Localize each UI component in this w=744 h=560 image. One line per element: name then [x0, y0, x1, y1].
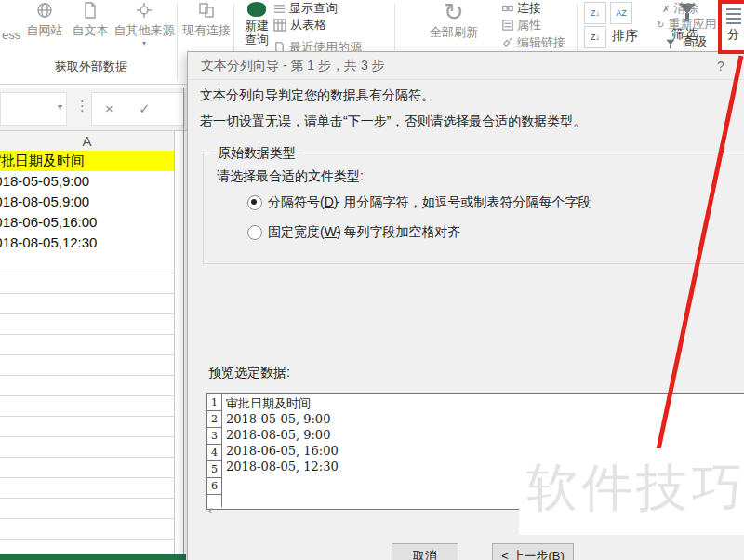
advanced-filter-button[interactable]: 高级 — [662, 33, 707, 50]
status-bar — [0, 554, 186, 560]
chevron-down-icon: ▾ — [113, 39, 175, 47]
sort-ascending-icon[interactable]: Z↓ — [584, 2, 606, 24]
wizard-instruction-text: 若一切设置无误，请单击“下一步”，否则请选择最合适的数据类型。 — [200, 113, 586, 130]
sort-descending-icon[interactable]: Z↓ — [584, 26, 606, 48]
annotation-red-box: 分 — [718, 0, 744, 54]
preview-row: 审批日期及时间 — [226, 395, 311, 411]
new-query-button[interactable]: 新建查询 — [238, 0, 275, 47]
sheet-row[interactable]: 2018-08-05,12:30 — [0, 233, 175, 254]
pane-divider — [183, 88, 184, 554]
preview-row-number: 1 — [207, 394, 221, 411]
from-text-label: 自文本 — [69, 22, 112, 39]
radio-delimited[interactable]: 分隔符号(D) — [247, 194, 338, 211]
from-table-label: 从表格 — [290, 17, 326, 33]
radio-fixed-width-label: 固定宽度(W) — [268, 224, 341, 241]
preview-scroll-left-icon[interactable]: ‹ — [208, 502, 213, 517]
radio-selected-icon[interactable] — [247, 195, 262, 210]
name-box[interactable]: ▾ — [0, 92, 67, 126]
list-icon — [273, 3, 286, 15]
from-text-button[interactable]: 自文本 — [69, 2, 112, 39]
reapply-icon: ↻ — [657, 20, 664, 30]
preview-row-number: 6 — [207, 478, 221, 495]
link-icon — [502, 3, 513, 14]
edit-links-icon — [502, 37, 513, 48]
name-box-dropdown-icon[interactable]: ▾ — [58, 101, 62, 112]
clear-filter-button[interactable]: ✗ 清除 — [662, 0, 698, 17]
choose-file-type-label: 请选择最合适的文件类型: — [217, 168, 364, 185]
empty-sheet-rows[interactable] — [0, 253, 175, 554]
formula-bar-more-icon[interactable]: ⋮ — [75, 98, 89, 114]
preview-row-number: 5 — [207, 461, 221, 478]
globe-icon — [36, 2, 53, 19]
preview-row-number: 2 — [207, 411, 221, 428]
watermark-text: 软件技巧 — [526, 454, 744, 523]
sort-label[interactable]: 排序 — [612, 28, 638, 45]
clear-filter-label: 清除 — [673, 0, 698, 17]
properties-button[interactable]: 属性 — [502, 17, 541, 33]
column-header-a[interactable]: A — [0, 131, 175, 152]
edit-links-button[interactable]: 编辑链接 — [502, 34, 565, 51]
radio-unselected-icon[interactable] — [247, 225, 262, 240]
reapply-button[interactable]: ↻ 重新应用 — [657, 16, 716, 33]
sheet-row[interactable]: 2018-08-05,9:00 — [0, 192, 175, 213]
ribbon-bottom-border — [0, 84, 187, 85]
refresh-icon: ↻ — [407, 0, 500, 24]
preview-row: 2018-08-05, 12:30 — [226, 459, 339, 474]
existing-connections-button[interactable]: 现有连接 — [182, 2, 231, 39]
sheet-row[interactable]: 2018-05-05,9:00 — [0, 171, 175, 193]
text-to-columns-icon — [726, 6, 741, 22]
clear-x-icon: ✗ — [662, 4, 670, 14]
sheet-row[interactable]: 审批日期及时间 — [0, 151, 175, 172]
confirm-entry-icon[interactable]: ✓ — [139, 100, 151, 117]
text-to-columns-label-partial[interactable]: 分 — [727, 26, 739, 43]
wizard-intro-text: 文本分列向导判定您的数据具有分隔符。 — [200, 87, 434, 104]
radio-fixed-width-desc: - 每列字段加空格对齐 — [336, 224, 461, 241]
formula-bar: ▾ ⋮ × ✓ — [0, 88, 187, 131]
properties-icon — [502, 20, 513, 31]
group-label-get-external-data: 获取外部数据 — [35, 59, 147, 75]
refresh-all-label: 全部刷新 — [407, 24, 500, 41]
dialog-title-bar[interactable]: 文本分列向导 - 第 1 步，共 3 步 — [188, 52, 744, 80]
preview-label: 预览选定数据: — [208, 365, 290, 381]
advanced-funnel-icon — [667, 39, 675, 45]
sheet-row[interactable]: 2018-06-05,16:00 — [0, 212, 175, 233]
dialog-title: 文本分列向导 - 第 1 步，共 3 步 — [201, 52, 385, 79]
properties-label: 属性 — [517, 17, 541, 33]
crosshair-icon — [136, 2, 153, 19]
access-button-partial[interactable]: ess — [2, 28, 20, 42]
connections-label: 连接 — [517, 0, 541, 17]
ribbon-separator — [177, 4, 178, 80]
preview-row: 2018-05-05, 9:00 — [226, 411, 330, 427]
from-table-button[interactable]: 从表格 — [273, 17, 326, 33]
from-other-sources-button[interactable]: 自其他来源 ▾ — [113, 2, 175, 47]
sort-dialog-icon[interactable]: AZ — [610, 2, 632, 24]
edit-links-label: 编辑链接 — [517, 34, 565, 51]
cancel-button[interactable]: 取消 — [392, 543, 458, 560]
help-icon[interactable]: ? — [711, 57, 730, 75]
preview-row-number: 4 — [207, 445, 221, 461]
formula-input[interactable]: × ✓ — [91, 92, 185, 126]
reapply-label: 重新应用 — [668, 16, 716, 33]
connections-button[interactable]: 连接 — [502, 0, 541, 17]
from-web-label: 自网站 — [23, 22, 66, 39]
ribbon-separator — [577, 4, 578, 50]
new-query-label: 新建查询 — [242, 19, 272, 47]
ribbon-separator — [394, 4, 395, 50]
show-queries-label: 显示查询 — [289, 0, 338, 17]
connections-icon — [198, 2, 215, 19]
file-icon — [82, 2, 99, 19]
cancel-entry-icon[interactable]: × — [105, 100, 113, 116]
advanced-filter-label: 高级 — [683, 33, 707, 50]
radio-fixed-width[interactable]: 固定宽度(W) — [247, 224, 341, 241]
radio-delimited-desc: - 用分隔字符，如逗号或制表符分隔每个字段 — [336, 194, 591, 211]
refresh-all-button[interactable]: ↻ 全部刷新 — [407, 0, 500, 41]
preview-row: 2018-08-05, 9:00 — [226, 427, 330, 443]
original-data-type-group: 原始数据类型 请选择最合适的文件类型: 分隔符号(D) - 用分隔字符，如逗号或… — [203, 153, 744, 264]
watermark-patch: 软件技巧 — [519, 448, 744, 535]
excel-window: ess 自网站 自文本 自其他来源 ▾ 现有连接 — [0, 0, 744, 560]
show-queries-button[interactable]: 显示查询 — [273, 0, 338, 17]
group-label: 原始数据类型 — [213, 145, 300, 162]
back-button[interactable]: < 上一步(B) — [492, 543, 574, 560]
radio-delimited-label: 分隔符号(D) — [268, 194, 338, 211]
from-web-button[interactable]: 自网站 — [23, 2, 66, 39]
